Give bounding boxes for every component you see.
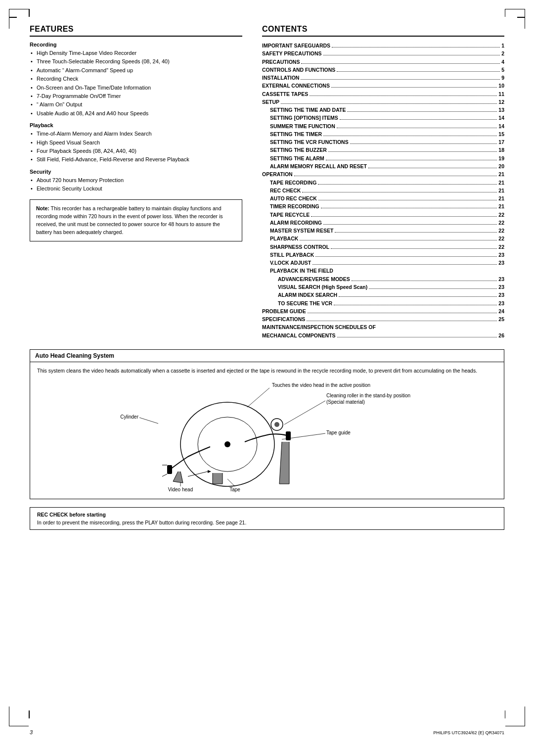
contents-label: INSTALLATION [262, 74, 299, 82]
contents-dots [328, 146, 497, 152]
contents-dots [315, 251, 497, 257]
contents-dots [347, 106, 497, 112]
contents-dots [352, 275, 497, 281]
contents-row: PLAYBACK 22 [262, 235, 504, 242]
contents-dots [301, 58, 500, 64]
security-heading: Security [30, 169, 242, 175]
note-box: Note: This recorder has a rechargeable b… [30, 199, 242, 241]
recording-section: Recording High Density Time-Lapse Video … [30, 42, 242, 117]
contents-label: MECHANICAL COMPONENTS [262, 331, 336, 339]
contents-page: 14 [498, 122, 504, 130]
contents-page: 22 [498, 235, 504, 242]
contents-dots [308, 307, 497, 313]
contents-dots [294, 170, 497, 176]
tick-br-v [505, 710, 506, 718]
contents-page: 23 [498, 251, 504, 259]
contents-page: 11 [498, 90, 504, 98]
contents-page: 19 [498, 154, 504, 162]
svg-point-11 [224, 441, 230, 447]
contents-dots [323, 130, 497, 136]
security-list: About 720 hours Memory Protection Electr… [30, 177, 242, 193]
contents-row: SPECIFICATIONS 25 [262, 315, 504, 323]
contents-page: 25 [498, 315, 504, 323]
features-title: FEATURES [30, 25, 242, 37]
list-item: “ Alarm On” Output [30, 101, 242, 108]
rec-check-title: REC CHECK before starting [37, 512, 497, 518]
contents-page: 26 [498, 331, 504, 339]
svg-text:Tape: Tape [229, 487, 240, 492]
contents-page: 17 [498, 138, 504, 146]
contents-row: ADVANCE/REVERSE MODES 23 [262, 275, 504, 283]
contents-page: 21 [498, 170, 504, 178]
contents-label: PROBLEM GUIDE [262, 307, 306, 315]
contents-page: 4 [501, 58, 504, 66]
contents-dots [323, 49, 500, 55]
contents-dots [337, 331, 497, 337]
contents-label: V.LOCK ADJUST [270, 259, 311, 267]
contents-label: OPERATION [262, 170, 293, 178]
svg-text:Touches the video head in the : Touches the video head in the active pos… [272, 382, 370, 388]
playback-heading: Playback [30, 122, 242, 128]
list-item: Time-of-Alarm Memory and Alarm Index Sea… [30, 130, 242, 138]
corner-mark-tl [9, 9, 29, 29]
contents-page: 15 [498, 130, 504, 138]
contents-page: 1 [501, 42, 504, 49]
list-item: Electronic Security Lockout [30, 185, 242, 192]
contents-page: 22 [498, 243, 504, 251]
note-label: Note: [36, 205, 49, 211]
contents-page: 24 [498, 307, 504, 315]
ahcs-description: This system cleans the video heads autom… [37, 367, 497, 375]
ahcs-box: Auto Head Cleaning System This system cl… [30, 349, 504, 499]
contents-dots [318, 179, 497, 185]
contents-label: MASTER SYSTEM RESET [270, 227, 333, 235]
svg-rect-15 [286, 431, 291, 440]
corner-mark-br [505, 707, 525, 726]
playback-section: Playback Time-of-Alarm Memory and Alarm … [30, 122, 242, 164]
contents-table: IMPORTANT SAFEGUARDS 1 SAFETY PRECAUTION… [262, 42, 504, 339]
tick-bl-v [29, 710, 30, 718]
tick-tl-v [29, 9, 30, 17]
contents-row: PRECAUTIONS 4 [262, 58, 504, 66]
contents-page: 12 [498, 98, 504, 106]
contents-dots [368, 162, 497, 168]
contents-row: CASSETTE TAPES 11 [262, 90, 504, 98]
contents-dots [326, 154, 497, 160]
contents-label: STILL PLAYBACK [270, 251, 314, 259]
svg-text:(Special material): (Special material) [326, 399, 365, 405]
contents-label: VISUAL SEARCH (High Speed Scan) [278, 283, 367, 291]
contents-row: SETTING THE BUZZER 18 [262, 146, 504, 154]
contents-label: SPECIFICATIONS [262, 315, 305, 323]
contents-row: TO SECURE THE VCR 23 [262, 299, 504, 307]
tick-tr-v [505, 9, 506, 17]
contents-row: SAFETY PRECAUTIONS 2 [262, 49, 504, 57]
contents-row: TAPE RECYCLE 22 [262, 211, 504, 219]
tick-tr-h [517, 17, 525, 18]
contents-page: 14 [498, 114, 504, 122]
contents-row: ALARM INDEX SEARCH 23 [262, 291, 504, 299]
svg-rect-12 [167, 465, 172, 474]
contents-dots [323, 219, 497, 225]
contents-label: CASSETTE TAPES [262, 90, 308, 98]
contents-page: 23 [498, 299, 504, 307]
ahcs-title: Auto Head Cleaning System [30, 350, 504, 362]
contents-label: MAINTENANCE/INSPECTION SCHEDULES OF [262, 323, 376, 331]
contents-page: 21 [498, 187, 504, 194]
contents-page: 22 [498, 219, 504, 227]
contents-dots [337, 122, 497, 128]
contents-dots [310, 90, 497, 96]
contents-dots [350, 138, 497, 144]
contents-label: PLAYBACK IN THE FIELD [270, 267, 333, 275]
contents-dots [301, 74, 500, 80]
contents-page: 2 [501, 49, 504, 57]
contents-label: TAPE RECORDING [270, 179, 316, 187]
contents-dots [312, 259, 497, 265]
contents-dots [337, 66, 500, 72]
contents-row: MAINTENANCE/INSPECTION SCHEDULES OF [262, 323, 504, 331]
contents-row: SETTING THE TIMER 15 [262, 130, 504, 138]
brand-info: PHILIPS UTC3924/62 (E) QR34071 [433, 730, 504, 735]
contents-page: 23 [498, 259, 504, 267]
contents-column: CONTENTS IMPORTANT SAFEGUARDS 1 SAFETY P… [262, 25, 504, 339]
contents-label: CONTROLS AND FUNCTIONS [262, 66, 335, 74]
svg-point-17 [274, 422, 279, 427]
main-content: FEATURES Recording High Density Time-Lap… [30, 25, 504, 339]
